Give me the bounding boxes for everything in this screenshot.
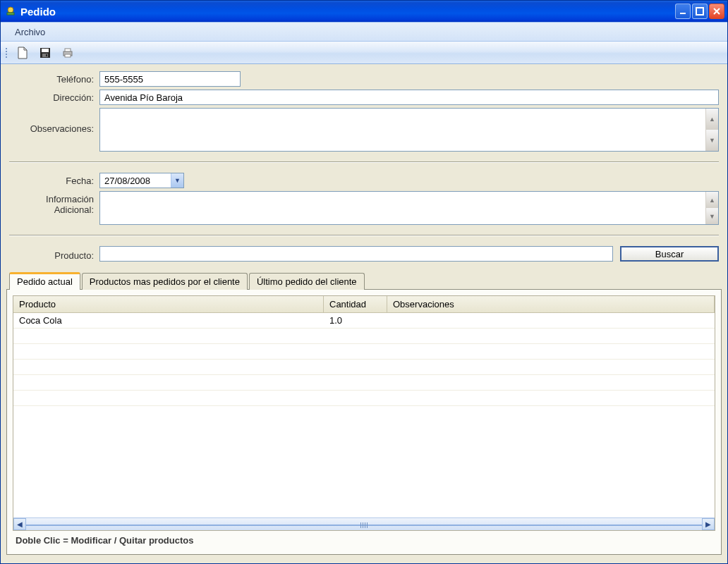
maximize-button[interactable] [692, 4, 708, 19]
grid-body[interactable]: Coca Cola 1.0 [13, 313, 715, 517]
observaciones-field: ▲ ▼ [99, 108, 719, 152]
tab-panel: Producto Cantidad Observaciones Coca Col… [6, 289, 722, 555]
fecha-value: 27/08/2008 [100, 176, 171, 186]
svg-rect-10 [65, 54, 71, 57]
fecha-label: Fecha: [5, 173, 99, 186]
svg-rect-2 [680, 13, 686, 14]
table-row[interactable] [13, 375, 715, 391]
form-content: Teléfono: Dirección: Observaciones: ▲ ▼ [1, 64, 727, 563]
app-icon [5, 6, 16, 17]
chevron-down-icon[interactable]: ▼ [171, 173, 183, 188]
new-doc-button[interactable] [13, 44, 32, 62]
window-controls [675, 4, 724, 19]
scroll-left-icon[interactable]: ◀ [13, 518, 26, 530]
tab-productos-mas-pedidos[interactable]: Productos mas pedidos por el cliente [82, 273, 248, 290]
menu-archivo[interactable]: Archivo [9, 24, 51, 40]
table-row[interactable] [13, 360, 715, 375]
tabs: Pedido actual Productos mas pedidos por … [6, 271, 722, 555]
table-row[interactable] [13, 391, 715, 406]
info-spinner: ▲ ▼ [705, 192, 718, 224]
svg-rect-7 [46, 54, 47, 56]
divider-2 [9, 235, 719, 236]
direccion-label: Dirección: [5, 90, 99, 103]
observaciones-scroll-up[interactable]: ▲ [706, 109, 718, 130]
titlebar: Pedido [1, 1, 727, 22]
product-search-section: Producto: Buscar [1, 239, 727, 269]
col-producto-header[interactable]: Producto [13, 296, 324, 312]
col-observaciones-header[interactable]: Observaciones [387, 296, 715, 312]
producto-input[interactable] [99, 246, 613, 262]
observaciones-spinner: ▲ ▼ [705, 109, 718, 151]
svg-rect-5 [42, 49, 49, 52]
minimize-button[interactable] [675, 4, 691, 19]
window-title: Pedido [20, 6, 675, 18]
observaciones-input[interactable] [100, 109, 705, 151]
save-button[interactable] [36, 44, 54, 62]
telefono-label: Teléfono: [5, 71, 99, 85]
info-adicional-input[interactable] [100, 192, 705, 224]
fecha-picker[interactable]: 27/08/2008 ▼ [99, 173, 184, 188]
svg-rect-1 [7, 13, 14, 15]
observaciones-scroll-down[interactable]: ▼ [706, 130, 718, 151]
info-adicional-label: Información Adicional: [5, 191, 99, 215]
col-cantidad-header[interactable]: Cantidad [324, 296, 387, 312]
window: Pedido Archivo [0, 0, 728, 564]
svg-point-0 [8, 7, 13, 13]
table-row[interactable] [13, 329, 715, 344]
menubar: Archivo [1, 22, 727, 42]
tab-strip: Pedido actual Productos mas pedidos por … [6, 271, 722, 289]
close-button[interactable] [709, 4, 724, 19]
info-scroll-up[interactable]: ▲ [706, 192, 718, 208]
order-grid: Producto Cantidad Observaciones Coca Col… [13, 295, 715, 531]
cell-observaciones [387, 313, 715, 328]
scroll-thumb[interactable] [26, 525, 702, 526]
hint-text: Doble Clic = Modificar / Quitar producto… [13, 531, 715, 548]
producto-label: Producto: [5, 247, 99, 261]
date-section: Fecha: 27/08/2008 ▼ Información Adiciona… [1, 166, 727, 232]
info-scroll-down[interactable]: ▼ [706, 208, 718, 224]
table-row[interactable]: Coca Cola 1.0 [13, 313, 715, 329]
svg-rect-3 [696, 8, 703, 15]
divider-1 [9, 161, 719, 163]
grid-header: Producto Cantidad Observaciones [13, 296, 715, 313]
cell-cantidad: 1.0 [324, 313, 387, 328]
telefono-input[interactable] [99, 71, 241, 87]
info-adicional-field: ▲ ▼ [99, 191, 719, 225]
svg-rect-9 [65, 49, 71, 51]
horizontal-scrollbar[interactable]: ◀ ▶ [13, 517, 715, 530]
table-row[interactable] [13, 344, 715, 360]
tab-pedido-actual[interactable]: Pedido actual [9, 272, 80, 290]
customer-section: Teléfono: Dirección: Observaciones: ▲ ▼ [1, 64, 727, 159]
toolbar-grip [5, 48, 9, 58]
buscar-button[interactable]: Buscar [620, 246, 719, 262]
observaciones-label: Observaciones: [5, 108, 99, 134]
toolbar [1, 42, 727, 64]
tab-ultimo-pedido[interactable]: Último pedido del cliente [249, 273, 365, 290]
print-button[interactable] [59, 44, 77, 62]
cell-producto: Coca Cola [13, 313, 324, 328]
scroll-right-icon[interactable]: ▶ [702, 518, 715, 530]
direccion-input[interactable] [99, 90, 719, 105]
